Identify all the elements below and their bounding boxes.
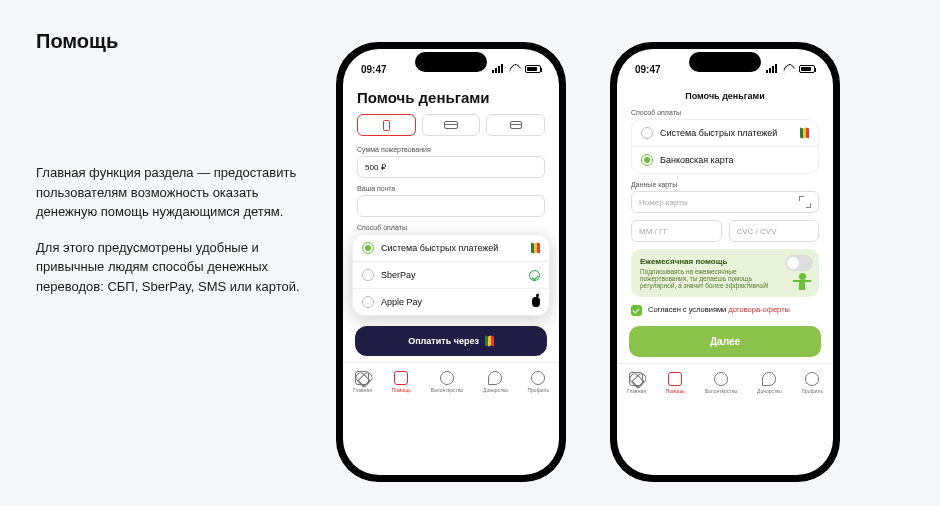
- signal-icon: [492, 65, 504, 73]
- option-sberpay[interactable]: SberPay: [353, 262, 549, 289]
- volunteer-icon: [714, 372, 728, 386]
- card-expiry-input[interactable]: ММ / ГГ: [631, 220, 722, 242]
- phone-icon: [383, 120, 390, 131]
- monthly-help-promo: Ежемесячная помощь Подписываясь на ежеме…: [631, 249, 819, 297]
- notch: [415, 52, 487, 72]
- apple-logo-icon: [532, 297, 540, 307]
- screen-title: Помочь деньгами: [357, 89, 545, 106]
- card-details-label: Данные карты: [631, 181, 819, 188]
- tab-home[interactable]: Главная: [353, 371, 372, 393]
- tab-donor[interactable]: Донорство: [757, 372, 782, 394]
- promo-text: Подписываясь на ежемесячные пожертвовани…: [640, 268, 771, 289]
- amount-input[interactable]: 500 ₽: [357, 156, 545, 178]
- donor-icon: [762, 372, 776, 386]
- radio-empty-icon: [641, 127, 653, 139]
- option-applepay-label: Apple Pay: [381, 297, 525, 307]
- wifi-icon: [782, 62, 795, 75]
- card-icon: [510, 121, 522, 129]
- pay-button[interactable]: Оплатить через: [355, 326, 547, 356]
- option-sbp[interactable]: Система быстрых платежей: [353, 235, 549, 262]
- wifi-icon: [508, 62, 521, 75]
- promo-title: Ежемесячная помощь: [640, 257, 771, 266]
- battery-icon: [799, 65, 815, 73]
- option-applepay[interactable]: Apple Pay: [353, 289, 549, 315]
- help-icon: [394, 371, 408, 385]
- card-wide-icon: [444, 121, 458, 129]
- option-bank-card[interactable]: Банковская карта: [632, 147, 818, 173]
- radio-selected-icon: [641, 154, 653, 166]
- payment-type-segmented: [357, 114, 545, 136]
- radio-selected-icon: [362, 242, 374, 254]
- sbp-logo-icon: [485, 336, 494, 346]
- segment-card[interactable]: [486, 114, 545, 136]
- profile-icon: [531, 371, 545, 385]
- sbp-logo-icon: [531, 243, 540, 253]
- sber-logo-icon: [529, 270, 540, 281]
- tab-bar: Главная Помощь Волонтёрство Донорство Пр…: [617, 363, 833, 407]
- payment-options-list: Система быстрых платежей SberPay Apple P…: [352, 234, 550, 316]
- next-button[interactable]: Далее: [629, 326, 821, 357]
- tab-home[interactable]: Главная: [627, 372, 646, 394]
- email-label: Ваша почта: [357, 185, 545, 192]
- description-paragraph-1: Главная функция раздела — предоставить п…: [36, 163, 316, 222]
- pay-button-label: Оплатить через: [408, 336, 479, 346]
- battery-icon: [525, 65, 541, 73]
- scan-card-icon[interactable]: [799, 196, 811, 208]
- card-number-input[interactable]: Номер карты: [631, 191, 819, 213]
- page-title: Помощь: [36, 30, 316, 53]
- description-paragraph-2: Для этого предусмотрены удобные и привыч…: [36, 238, 316, 297]
- status-time: 09:47: [361, 64, 387, 75]
- tab-profile[interactable]: Профиль: [801, 372, 823, 394]
- card-cvv-input[interactable]: CVC / CVV: [729, 220, 820, 242]
- consent-link[interactable]: договора-оферты: [728, 305, 790, 314]
- tab-help[interactable]: Помощь: [666, 372, 685, 394]
- option-sbp[interactable]: Система быстрых платежей: [632, 120, 818, 147]
- consent-text: Согласен с условиями: [648, 305, 728, 314]
- nav-title: Помочь деньгами: [631, 87, 819, 109]
- payment-method-label: Способ оплаты: [357, 224, 545, 231]
- tab-bar: Главная Помощь Волонтёрство Донорство Пр…: [343, 362, 559, 406]
- card-number-placeholder: Номер карты: [639, 198, 688, 207]
- option-sbp-label: Система быстрых платежей: [660, 128, 793, 138]
- consent-row[interactable]: Согласен с условиями договора-оферты: [631, 305, 819, 316]
- tab-volunteer[interactable]: Волонтёрство: [705, 372, 738, 394]
- option-bank-card-label: Банковская карта: [660, 155, 809, 165]
- signal-icon: [766, 65, 778, 73]
- heart-icon: [629, 372, 643, 386]
- volunteer-icon: [440, 371, 454, 385]
- radio-empty-icon: [362, 269, 374, 281]
- tab-donor[interactable]: Донорство: [483, 371, 508, 393]
- profile-icon: [805, 372, 819, 386]
- email-input[interactable]: [357, 195, 545, 217]
- payment-method-label: Способ оплаты: [631, 109, 819, 116]
- segment-card-wide[interactable]: [422, 114, 481, 136]
- tab-profile[interactable]: Профиль: [527, 371, 549, 393]
- mascot-icon: [793, 273, 811, 293]
- payment-options-list: Система быстрых платежей Банковская карт…: [631, 119, 819, 174]
- monthly-toggle[interactable]: [785, 255, 813, 271]
- status-time: 09:47: [635, 64, 661, 75]
- phone-mockup-2: 09:47 Помочь деньгами Способ оплаты Сист…: [610, 42, 840, 482]
- help-icon: [668, 372, 682, 386]
- checkbox-checked-icon: [631, 305, 642, 316]
- donor-icon: [488, 371, 502, 385]
- phone-mockup-1: 09:47 Помочь деньгами Сумма пожертвовани…: [336, 42, 566, 482]
- heart-icon: [355, 371, 369, 385]
- tab-volunteer[interactable]: Волонтёрство: [431, 371, 464, 393]
- amount-label: Сумма пожертвования: [357, 146, 545, 153]
- option-sberpay-label: SberPay: [381, 270, 522, 280]
- option-sbp-label: Система быстрых платежей: [381, 243, 524, 253]
- notch: [689, 52, 761, 72]
- radio-empty-icon: [362, 296, 374, 308]
- segment-phone[interactable]: [357, 114, 416, 136]
- tab-help[interactable]: Помощь: [392, 371, 411, 393]
- sbp-logo-icon: [800, 128, 809, 138]
